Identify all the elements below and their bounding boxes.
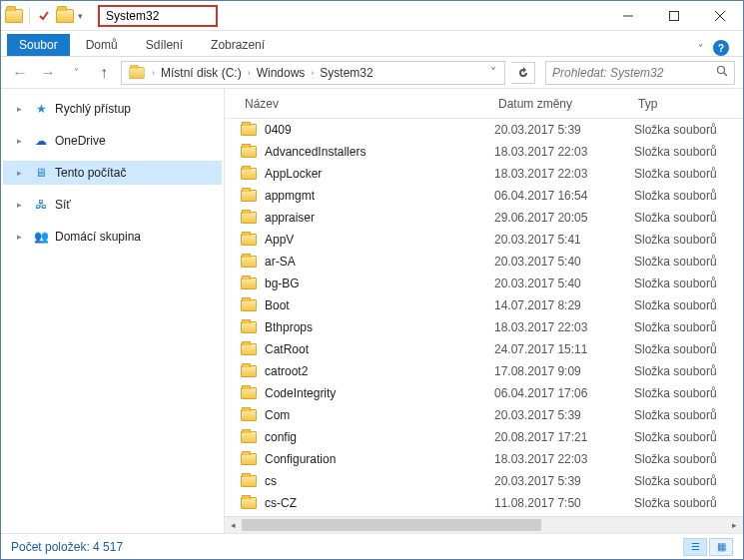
cell-date: 20.08.2017 17:21	[494, 430, 634, 444]
tab-view[interactable]: Zobrazení	[199, 34, 277, 56]
address-dropdown-icon[interactable]: ˅	[484, 66, 502, 80]
scroll-right-icon[interactable]: ▸	[726, 517, 743, 534]
cell-type: Složka souborů	[634, 145, 743, 159]
file-name: bg-BG	[265, 277, 300, 290]
item-count-value: 4 517	[93, 540, 123, 554]
search-icon[interactable]	[716, 65, 728, 80]
close-button[interactable]	[697, 1, 743, 31]
tab-home[interactable]: Domů	[74, 34, 130, 56]
file-view: Název Datum změny Typ 040920.03.2017 5:3…	[225, 89, 743, 533]
cell-date: 11.08.2017 7:50	[494, 496, 634, 510]
cell-name: ar-SA	[241, 255, 494, 269]
file-row[interactable]: CatRoot24.07.2017 15:11Složka souborů	[225, 338, 743, 360]
chevron-right-icon[interactable]: ›	[150, 68, 157, 78]
file-row[interactable]: cs20.03.2017 5:39Složka souborů	[225, 470, 743, 492]
cell-name: CodeIntegrity	[241, 386, 494, 400]
homegroup-icon: 👥	[33, 229, 49, 245]
refresh-button[interactable]	[511, 62, 535, 84]
cell-name: cs-CZ	[241, 496, 494, 510]
tree-label: OneDrive	[55, 134, 106, 148]
file-row[interactable]: AdvancedInstallers18.03.2017 22:03Složka…	[225, 141, 743, 163]
new-folder-qat-icon[interactable]	[56, 9, 74, 23]
minimize-button[interactable]	[605, 1, 651, 31]
folder-icon	[241, 124, 257, 136]
cell-name: config	[241, 430, 494, 444]
scroll-track[interactable]	[242, 517, 726, 534]
cell-type: Složka souborů	[634, 123, 743, 137]
file-name: AdvancedInstallers	[265, 145, 366, 159]
file-row[interactable]: CodeIntegrity06.04.2017 17:06Složka soub…	[225, 382, 743, 404]
file-row[interactable]: 040920.03.2017 5:39Složka souborů	[225, 119, 743, 141]
file-row[interactable]: Com20.03.2017 5:39Složka souborů	[225, 404, 743, 426]
help-icon[interactable]: ?	[713, 40, 729, 56]
file-row[interactable]: appraiser29.06.2017 20:05Složka souborů	[225, 207, 743, 229]
column-type[interactable]: Typ	[630, 97, 743, 111]
cell-type: Složka souborů	[634, 364, 743, 378]
tree-onedrive[interactable]: ▸ ☁ OneDrive	[3, 129, 222, 153]
scroll-left-icon[interactable]: ◂	[225, 517, 242, 534]
column-date[interactable]: Datum změny	[490, 97, 630, 111]
quick-access-toolbar: ▾	[1, 7, 92, 25]
file-row[interactable]: bg-BG20.03.2017 5:40Složka souborů	[225, 273, 743, 294]
properties-qat-icon[interactable]	[36, 8, 52, 24]
file-name: catroot2	[265, 364, 308, 378]
svg-point-2	[718, 67, 725, 74]
tab-file[interactable]: Soubor	[7, 34, 70, 56]
breadcrumb-segment[interactable]: Místní disk (C:)	[157, 66, 246, 80]
file-row[interactable]: AppLocker18.03.2017 22:03Složka souborů	[225, 163, 743, 185]
search-input[interactable]: Prohledat: System32	[545, 61, 735, 85]
column-name[interactable]: Název	[237, 97, 490, 111]
file-row[interactable]: ar-SA20.03.2017 5:40Složka souborů	[225, 251, 743, 273]
breadcrumb-segment[interactable]: Windows	[253, 66, 310, 80]
tab-share[interactable]: Sdílení	[134, 34, 195, 56]
search-placeholder: Prohledat: System32	[552, 66, 663, 80]
expand-icon[interactable]: ▸	[17, 200, 27, 210]
chevron-right-icon[interactable]: ›	[246, 68, 253, 78]
file-row[interactable]: cs-CZ11.08.2017 7:50Složka souborů	[225, 492, 743, 514]
file-row[interactable]: Bthprops18.03.2017 22:03Složka souborů	[225, 316, 743, 338]
tree-network[interactable]: ▸ 🖧 Síť	[3, 193, 222, 217]
file-row[interactable]: appmgmt06.04.2017 16:54Složka souborů	[225, 185, 743, 207]
expand-icon[interactable]: ▸	[17, 232, 27, 242]
breadcrumb-segment[interactable]: System32	[316, 66, 376, 80]
horizontal-scrollbar[interactable]: ◂ ▸	[225, 516, 743, 533]
address-bar[interactable]: › Místní disk (C:) › Windows › System32 …	[121, 61, 505, 85]
cell-type: Složka souborů	[634, 408, 743, 422]
tree-quick-access[interactable]: ▸ ★ Rychlý přístup	[3, 97, 222, 121]
expand-icon[interactable]: ▸	[17, 104, 27, 114]
file-row[interactable]: Configuration18.03.2017 22:03Složka soub…	[225, 448, 743, 470]
ribbon-collapse-icon[interactable]: ˅	[698, 43, 703, 54]
file-name: AppV	[265, 233, 294, 247]
cell-type: Složka souborů	[634, 189, 743, 203]
maximize-button[interactable]	[651, 1, 697, 31]
file-name: Configuration	[265, 452, 336, 466]
tree-homegroup[interactable]: ▸ 👥 Domácí skupina	[3, 225, 222, 249]
file-name: cs-CZ	[265, 496, 297, 510]
tree-this-pc[interactable]: ▸ 🖥 Tento počítač	[3, 161, 222, 185]
cell-name: AppLocker	[241, 167, 494, 181]
back-button[interactable]: ←	[9, 62, 31, 84]
app-folder-icon[interactable]	[5, 9, 23, 23]
quick-access-icon: ★	[33, 101, 49, 117]
qat-dropdown-icon[interactable]: ▾	[78, 11, 88, 21]
file-row[interactable]: catroot217.08.2017 9:09Složka souborů	[225, 360, 743, 382]
chevron-right-icon[interactable]: ›	[309, 68, 316, 78]
cell-type: Složka souborů	[634, 298, 743, 312]
details-view-button[interactable]: ☰	[683, 538, 707, 556]
file-name: CodeIntegrity	[265, 386, 336, 400]
item-count-label: Počet položek:	[11, 540, 90, 554]
file-list[interactable]: 040920.03.2017 5:39Složka souborůAdvance…	[225, 119, 743, 516]
forward-button[interactable]: →	[37, 62, 59, 84]
icons-view-button[interactable]: ▦	[709, 538, 733, 556]
recent-dropdown-icon[interactable]: ˅	[65, 62, 87, 84]
expand-icon[interactable]: ▸	[17, 136, 27, 146]
address-folder-icon	[129, 67, 144, 79]
expand-icon[interactable]: ▸	[17, 168, 27, 178]
file-row[interactable]: config20.08.2017 17:21Složka souborů	[225, 426, 743, 448]
folder-icon	[241, 190, 257, 202]
file-row[interactable]: AppV20.03.2017 5:41Složka souborů	[225, 229, 743, 251]
file-row[interactable]: Boot14.07.2017 8:29Složka souborů	[225, 294, 743, 316]
scroll-thumb[interactable]	[242, 519, 541, 531]
cell-date: 17.08.2017 9:09	[494, 364, 634, 378]
up-button[interactable]: ↑	[93, 62, 115, 84]
